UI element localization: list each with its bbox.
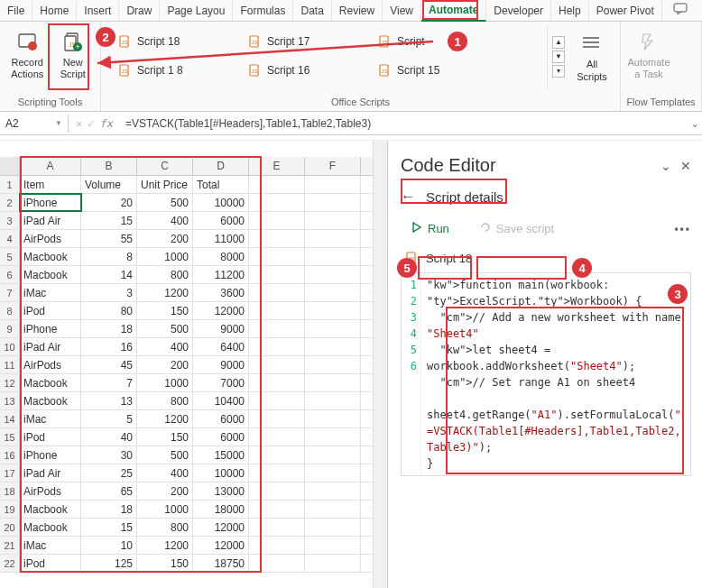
cell[interactable] — [249, 176, 305, 193]
ribbon-tab-data[interactable]: Data — [293, 1, 331, 21]
cell[interactable]: 7000 — [193, 374, 249, 391]
cell[interactable]: 20 — [81, 194, 137, 211]
row-header[interactable]: 21 — [0, 537, 20, 554]
cell[interactable]: 10000 — [193, 464, 249, 482]
cell[interactable]: 150 — [137, 555, 193, 572]
row-header[interactable]: 3 — [0, 212, 20, 229]
cell[interactable] — [249, 555, 305, 572]
cell[interactable]: 11000 — [193, 230, 249, 247]
cell[interactable]: 6000 — [193, 428, 249, 446]
cell[interactable]: Macbook — [20, 374, 81, 391]
cell[interactable] — [305, 230, 361, 247]
cell[interactable] — [305, 176, 361, 193]
cell[interactable] — [249, 482, 305, 500]
row-header[interactable]: 6 — [0, 266, 20, 283]
cell[interactable] — [305, 446, 361, 464]
cell[interactable]: 15000 — [193, 446, 249, 464]
cell[interactable]: Macbook — [20, 248, 81, 265]
cell[interactable]: AirPods — [20, 482, 81, 500]
cell[interactable] — [249, 230, 305, 247]
column-header[interactable]: A — [20, 157, 81, 175]
fx-icon[interactable]: fx — [99, 117, 112, 130]
cell[interactable] — [249, 410, 305, 427]
cell[interactable] — [249, 266, 305, 283]
row-header[interactable]: 22 — [0, 555, 20, 572]
cell[interactable]: 25 — [81, 464, 137, 482]
ribbon-tab-file[interactable]: File — [0, 1, 32, 21]
cell[interactable]: iPhone — [20, 320, 81, 337]
cell[interactable]: Item — [20, 176, 81, 193]
cell[interactable]: 1200 — [137, 537, 193, 554]
cell[interactable] — [305, 266, 361, 283]
cell[interactable]: 12000 — [193, 537, 249, 554]
cell[interactable]: 800 — [137, 392, 193, 409]
cell[interactable] — [249, 248, 305, 265]
row-header[interactable]: 10 — [0, 338, 20, 355]
ribbon-tab-review[interactable]: Review — [332, 1, 383, 21]
ribbon-tab-help[interactable]: Help — [551, 1, 589, 21]
cell[interactable]: Volume — [81, 176, 137, 193]
row-header[interactable]: 11 — [0, 356, 20, 373]
cell[interactable] — [305, 537, 361, 554]
gallery-down-button[interactable]: ▼ — [552, 51, 565, 63]
row-header[interactable]: 17 — [0, 464, 20, 482]
script-gallery-item[interactable]: JSScript 17 — [244, 29, 370, 54]
column-header[interactable]: B — [81, 157, 137, 175]
row-header[interactable]: 20 — [0, 519, 20, 536]
cell[interactable]: 3600 — [193, 284, 249, 301]
cell[interactable]: 1200 — [137, 410, 193, 427]
cell[interactable] — [305, 428, 361, 446]
close-pane-icon[interactable]: ✕ — [680, 159, 691, 173]
cell[interactable] — [305, 519, 361, 536]
column-header[interactable]: C — [137, 157, 193, 175]
cell[interactable]: 10400 — [193, 392, 249, 409]
cell[interactable]: 8 — [81, 248, 137, 265]
gallery-more-button[interactable]: ▾ — [552, 65, 565, 78]
cell[interactable]: 200 — [137, 482, 193, 500]
column-header[interactable]: F — [305, 157, 361, 175]
cell[interactable]: 150 — [137, 428, 193, 446]
cell[interactable]: iPad Air — [20, 338, 81, 355]
script-gallery-item[interactable]: JSScript 1 8 — [114, 58, 240, 83]
row-header[interactable]: 4 — [0, 230, 20, 247]
cell[interactable]: 6000 — [193, 410, 249, 427]
cell[interactable]: 12000 — [193, 302, 249, 319]
row-header[interactable]: 15 — [0, 428, 20, 446]
cell[interactable]: 9000 — [193, 356, 249, 373]
cell[interactable] — [249, 320, 305, 337]
cell[interactable]: Unit Price — [137, 176, 193, 193]
row-header[interactable]: 1 — [0, 176, 20, 193]
cell[interactable]: iPod — [20, 302, 81, 319]
back-button[interactable]: ← — [401, 188, 415, 205]
cell[interactable] — [249, 501, 305, 518]
cell[interactable] — [305, 248, 361, 265]
cell[interactable]: iMac — [20, 410, 81, 427]
cell[interactable] — [249, 537, 305, 554]
cell[interactable]: 3 — [81, 284, 137, 301]
record-actions-button[interactable]: Record Actions — [5, 25, 50, 84]
cell[interactable]: 800 — [137, 266, 193, 283]
cell[interactable]: 1200 — [137, 284, 193, 301]
cell[interactable] — [305, 374, 361, 391]
cell[interactable]: 13 — [81, 392, 137, 409]
cell[interactable] — [249, 374, 305, 391]
cell[interactable]: 18 — [81, 501, 137, 518]
cell[interactable]: AirPods — [20, 230, 81, 247]
cell[interactable]: 40 — [81, 428, 137, 446]
cell[interactable]: 45 — [81, 356, 137, 373]
cell[interactable]: iMac — [20, 284, 81, 301]
cell[interactable]: AirPods — [20, 356, 81, 373]
row-header[interactable]: 8 — [0, 302, 20, 319]
cell[interactable] — [249, 428, 305, 446]
ribbon-tab-home[interactable]: Home — [32, 1, 77, 21]
cell[interactable] — [305, 284, 361, 301]
cell[interactable] — [249, 284, 305, 301]
script-gallery-item[interactable]: JSScript 18 — [114, 29, 240, 54]
cell[interactable]: 125 — [81, 555, 137, 572]
cell[interactable] — [249, 194, 305, 211]
cell[interactable]: iMac — [20, 537, 81, 554]
ribbon-tab-view[interactable]: View — [383, 1, 421, 21]
cell[interactable]: 11200 — [193, 266, 249, 283]
cell[interactable] — [305, 392, 361, 409]
all-scripts-button[interactable]: All Scripts — [569, 25, 614, 88]
